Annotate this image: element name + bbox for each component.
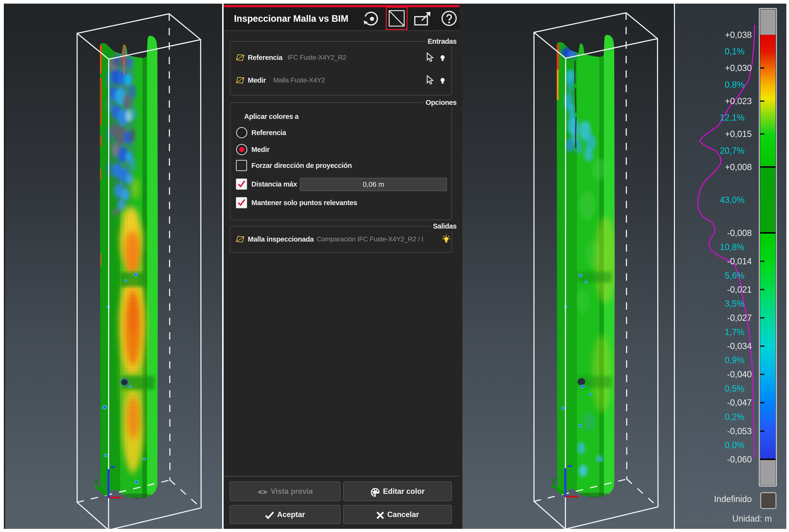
svg-text:-0,021: -0,021 — [727, 285, 752, 294]
svg-text:Unidad: m: Unidad: m — [732, 514, 772, 524]
svg-text:-0,027: -0,027 — [727, 313, 752, 323]
svg-text:12,1%: 12,1% — [720, 113, 745, 122]
svg-text:Y: Y — [94, 477, 99, 486]
svg-text:0,5%: 0,5% — [725, 384, 745, 394]
svg-text:+0,023: +0,023 — [725, 96, 752, 106]
svg-text:0,2%: 0,2% — [725, 412, 745, 422]
svg-text:-0,040: -0,040 — [727, 369, 752, 379]
svg-text:+0,008: +0,008 — [725, 162, 752, 172]
svg-text:-0,047: -0,047 — [727, 398, 752, 407]
svg-text:-0,060: -0,060 — [727, 454, 752, 464]
svg-text:20,7%: 20,7% — [720, 146, 745, 156]
svg-text:Y: Y — [551, 476, 556, 486]
svg-text:0,1%: 0,1% — [725, 46, 745, 56]
svg-text:1,7%: 1,7% — [725, 327, 745, 337]
svg-text:+0,038: +0,038 — [725, 30, 752, 40]
svg-text:5,6%: 5,6% — [725, 271, 745, 281]
svg-text:0,0%: 0,0% — [725, 440, 745, 450]
svg-text:+0,030: +0,030 — [725, 63, 752, 73]
svg-text:-0,014: -0,014 — [727, 256, 752, 266]
svg-text:43,0%: 43,0% — [720, 195, 745, 205]
svg-text:-0,034: -0,034 — [727, 341, 752, 351]
svg-text:10,8%: 10,8% — [720, 242, 745, 252]
svg-text:3,5%: 3,5% — [725, 299, 745, 308]
svg-text:+0,015: +0,015 — [725, 129, 752, 139]
svg-text:0,8%: 0,8% — [725, 80, 745, 90]
svg-text:0,9%: 0,9% — [725, 355, 745, 365]
svg-text:-0,053: -0,053 — [727, 426, 752, 436]
svg-text:-0,008: -0,008 — [727, 228, 752, 238]
svg-text:Indefinido: Indefinido — [714, 494, 752, 504]
